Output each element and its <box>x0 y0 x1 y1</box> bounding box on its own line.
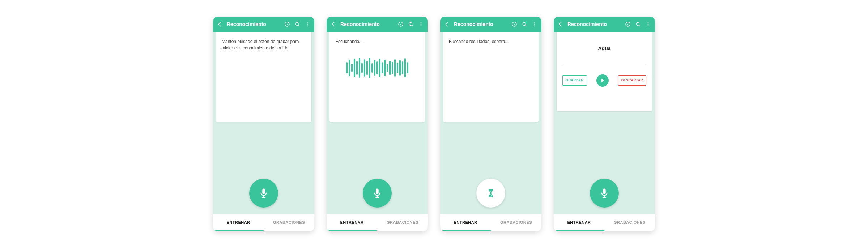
info-icon[interactable] <box>511 21 518 27</box>
searching-text: Buscando resultados, espera... <box>449 38 533 45</box>
listening-text: Escuchando... <box>335 38 419 45</box>
instruction-text: Mantén pulsado el botón de grabar para i… <box>222 38 306 51</box>
svg-point-23 <box>523 22 526 25</box>
listening-card: Escuchando... <box>329 32 425 122</box>
svg-line-4 <box>298 25 299 26</box>
more-icon[interactable] <box>645 21 651 27</box>
search-icon[interactable] <box>635 21 641 27</box>
svg-point-6 <box>307 24 308 25</box>
app-title: Reconocimiento <box>454 21 507 27</box>
result-card: Agua GUARDAR DESCARTAR <box>557 32 652 111</box>
search-icon[interactable] <box>521 21 528 27</box>
more-icon[interactable] <box>304 21 311 27</box>
back-icon[interactable] <box>557 21 564 27</box>
svg-rect-9 <box>262 197 265 198</box>
screen-4-result: Reconocimiento Agua GUARDAR DESCARTAR <box>554 17 655 231</box>
svg-point-13 <box>409 22 412 25</box>
svg-rect-37 <box>603 197 606 198</box>
tab-recordings[interactable]: GRABACIONES <box>491 214 541 231</box>
bottom-tabs: ENTRENAR GRABACIONES <box>440 214 541 231</box>
record-button[interactable] <box>249 179 278 208</box>
svg-point-5 <box>307 22 308 23</box>
record-button[interactable] <box>590 179 619 208</box>
result-label: Agua <box>562 45 646 52</box>
instruction-card: Mantén pulsado el botón de grabar para i… <box>216 32 311 122</box>
screen-2-listening: Reconocimiento Escuchando... ENTRENAR GR… <box>327 17 428 231</box>
svg-line-24 <box>525 25 526 26</box>
svg-point-3 <box>295 22 298 25</box>
tab-recordings[interactable]: GRABACIONES <box>377 214 428 231</box>
tab-recordings[interactable]: GRABACIONES <box>604 214 655 231</box>
divider <box>562 65 646 65</box>
save-button[interactable]: GUARDAR <box>562 75 587 86</box>
app-header: Reconocimiento <box>327 17 428 32</box>
svg-rect-19 <box>375 197 379 198</box>
svg-point-7 <box>307 26 308 26</box>
loading-indicator <box>476 179 505 208</box>
svg-rect-18 <box>377 196 378 197</box>
svg-point-27 <box>534 26 535 26</box>
bottom-tabs: ENTRENAR GRABACIONES <box>213 214 314 231</box>
info-icon[interactable] <box>284 21 290 27</box>
info-icon[interactable] <box>397 21 404 27</box>
bottom-tabs: ENTRENAR GRABACIONES <box>554 214 655 231</box>
play-button[interactable] <box>596 74 609 87</box>
search-icon[interactable] <box>294 21 301 27</box>
more-icon[interactable] <box>418 21 424 27</box>
svg-point-26 <box>534 24 535 25</box>
tab-train[interactable]: ENTRENAR <box>554 214 604 231</box>
back-icon[interactable] <box>444 21 450 27</box>
svg-point-33 <box>648 22 648 23</box>
svg-line-32 <box>639 25 640 26</box>
search-icon[interactable] <box>408 21 414 27</box>
svg-point-25 <box>534 22 535 23</box>
more-icon[interactable] <box>531 21 538 27</box>
app-header: Reconocimiento <box>440 17 541 32</box>
tab-train[interactable]: ENTRENAR <box>213 214 264 231</box>
svg-point-31 <box>636 22 639 25</box>
svg-rect-36 <box>604 196 605 197</box>
app-header: Reconocimiento <box>554 17 655 32</box>
info-icon[interactable] <box>625 21 631 27</box>
svg-point-35 <box>648 26 648 26</box>
waveform <box>335 53 419 82</box>
bottom-tabs: ENTRENAR GRABACIONES <box>327 214 428 231</box>
svg-point-16 <box>421 24 421 25</box>
screen-3-searching: Reconocimiento Buscando resultados, espe… <box>440 17 541 231</box>
record-button[interactable] <box>363 179 392 208</box>
screen-1-idle: Reconocimiento Mantén pulsado el botón d… <box>213 17 314 231</box>
svg-rect-8 <box>263 196 264 197</box>
app-title: Reconocimiento <box>567 21 621 27</box>
app-header: Reconocimiento <box>213 17 314 32</box>
tab-recordings[interactable]: GRABACIONES <box>264 214 314 231</box>
back-icon[interactable] <box>217 21 223 27</box>
svg-point-17 <box>421 26 421 26</box>
svg-point-34 <box>648 24 648 25</box>
svg-point-15 <box>421 22 421 23</box>
tab-train[interactable]: ENTRENAR <box>327 214 377 231</box>
svg-line-14 <box>412 25 413 26</box>
discard-button[interactable]: DESCARTAR <box>618 75 646 86</box>
app-title: Reconocimiento <box>340 21 394 27</box>
searching-card: Buscando resultados, espera... <box>443 32 539 122</box>
tab-train[interactable]: ENTRENAR <box>440 214 491 231</box>
app-title: Reconocimiento <box>227 21 280 27</box>
back-icon[interactable] <box>330 21 337 27</box>
